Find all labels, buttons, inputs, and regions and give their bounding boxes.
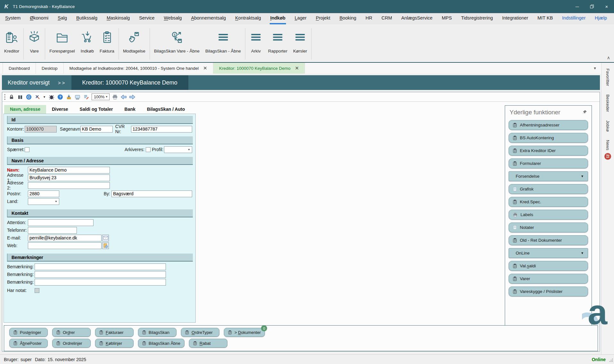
tab-kreditor[interactable]: Kreditor: 1000070 KeyBalance Demo✕	[213, 63, 305, 74]
notater-button[interactable]: Notater	[509, 222, 588, 232]
ribbon-faktura-button[interactable]: Faktura	[97, 28, 117, 53]
menu-indstillinger[interactable]: Indstillinger	[561, 15, 586, 24]
menu-butikssalg[interactable]: Butikssalg	[76, 15, 98, 24]
help-icon[interactable]: ?	[57, 94, 63, 100]
ribbon-rapporter-button[interactable]: Rapporter	[265, 28, 290, 53]
afhentningsadresser-button[interactable]: Afhentningsadresser	[509, 120, 588, 130]
menu-projekt[interactable]: Projekt	[315, 15, 331, 24]
menu-hjaelp[interactable]: Hjælp	[594, 15, 608, 24]
menu-tidsregistrering[interactable]: Tidsregistrering	[460, 15, 493, 24]
form-tab-bank[interactable]: Bank	[119, 105, 141, 114]
menu-hr[interactable]: HR	[365, 15, 373, 24]
menu-service[interactable]: Service	[138, 15, 155, 24]
menu-maskinsalg[interactable]: Maskinsalg	[106, 15, 131, 24]
kred-spec-button[interactable]: Kred.Spec.	[509, 197, 588, 207]
back-icon[interactable]	[120, 94, 127, 100]
edit-dropdown-icon[interactable]: ▼	[43, 95, 46, 99]
menu-system[interactable]: System	[4, 15, 21, 24]
ribbon-foresporgsel-button[interactable]: Forespørgsel	[46, 28, 78, 53]
tab-dashboard[interactable]: Dashboard	[3, 63, 36, 74]
dokumenter-button[interactable]: > Dokumenter0	[224, 328, 265, 337]
profil-select[interactable]: ▼	[164, 146, 192, 153]
spaerret-checkbox[interactable]	[25, 147, 29, 152]
old-ret-dokumenter-button[interactable]: Old - Ret Dokumenter	[509, 235, 588, 245]
ribbon-indkob-button[interactable]: Indkøb	[78, 28, 97, 53]
online-dropdown[interactable]: OnLine▼	[509, 248, 588, 258]
arkiveres-checkbox[interactable]	[146, 147, 151, 152]
ribbon-bilagsskan-vare-button[interactable]: $ BilagsSkan Vare - Åbne	[151, 28, 202, 53]
tab-desktop[interactable]: Desktop	[36, 63, 64, 74]
screen-icon[interactable]	[74, 94, 81, 100]
forsendelse-dropdown[interactable]: Forsendelse▼	[509, 171, 588, 181]
web-field[interactable]	[28, 242, 102, 249]
close-tab-icon[interactable]: ✕	[295, 65, 299, 71]
ordrelinjer-button[interactable]: Ordrelinjer	[52, 339, 91, 348]
grafisk-button[interactable]: Grafisk	[509, 184, 588, 194]
edit-icon[interactable]	[34, 94, 41, 100]
menu-okonomi[interactable]: Økonomi	[29, 15, 49, 24]
zoom-select[interactable]: 100%▼	[92, 93, 110, 100]
bilagsskan-button[interactable]: BilagsSkan	[138, 328, 176, 337]
posteringer-button[interactable]: Posteringer	[9, 328, 48, 337]
ribbon-vare-button[interactable]: Vare	[25, 28, 44, 53]
pin-icon[interactable]	[583, 109, 587, 116]
collapse-ribbon-icon[interactable]: ∧	[607, 55, 610, 60]
notes-edit-icon[interactable]	[83, 94, 89, 100]
dock-tab-favoritter[interactable]: Favoritter	[605, 69, 610, 86]
breadcrumb-current[interactable]: Kreditor: 1000070 KeyBalance Demo	[71, 75, 188, 90]
send-email-button[interactable]	[102, 235, 109, 241]
breadcrumb-parent[interactable]: Kreditor oversigt	[2, 75, 58, 90]
sogenavn-field[interactable]	[80, 126, 113, 133]
cvr-field[interactable]	[131, 126, 192, 133]
bilagsskan-abne-button[interactable]: BilagsSkan Åbne	[138, 339, 184, 348]
ribbon-arkiv-button[interactable]: Arkiv	[247, 28, 265, 53]
menu-mit-kb[interactable]: MIT KB	[537, 15, 553, 24]
ordrer-button[interactable]: Ordrer	[52, 328, 91, 337]
ribbon-korsler-button[interactable]: Kørsler	[290, 28, 310, 53]
attention-field[interactable]	[28, 219, 94, 226]
menu-crm[interactable]: CRM	[381, 15, 393, 24]
form-tab-saldi[interactable]: Saldi og Totaler	[74, 105, 119, 114]
ribbon-modtagelse-button[interactable]: Modtagelse	[120, 28, 148, 53]
menu-booking[interactable]: Booking	[339, 15, 357, 24]
menu-mps[interactable]: MPS	[441, 15, 452, 24]
dock-tab-beskeder[interactable]: Beskeder	[605, 94, 610, 112]
varer-button[interactable]: Varer	[509, 274, 588, 284]
tab-overflow-icon[interactable]: ▼	[593, 66, 601, 70]
menu-indkob[interactable]: Indkøb	[270, 15, 286, 24]
restore-button[interactable]	[585, 0, 599, 13]
open-website-button[interactable]	[102, 242, 109, 249]
koblinjer-button[interactable]: Køblinjer	[95, 339, 134, 348]
valsaldi-button[interactable]: Val.saldi	[509, 261, 588, 271]
toolbar-grip-handle[interactable]	[4, 94, 5, 100]
email-field[interactable]	[28, 235, 102, 241]
print-icon[interactable]	[112, 94, 118, 100]
menu-salg[interactable]: Salg	[57, 15, 68, 24]
vareskygge-prislister-button[interactable]: Vareskygge / Prislister	[509, 287, 588, 296]
close-button[interactable]: ×	[599, 0, 614, 13]
form-tab-diverse[interactable]: Diverse	[46, 105, 74, 114]
rabat-button[interactable]: Rabat	[189, 339, 227, 348]
menu-websalg[interactable]: Websalg	[163, 15, 182, 24]
dock-tab-news[interactable]: News	[605, 140, 610, 150]
ordretyper-button[interactable]: OrdreTyper	[181, 328, 219, 337]
formularer-button[interactable]: Formularer	[509, 158, 588, 168]
labels-button[interactable]: Labels	[509, 210, 588, 220]
bug-icon[interactable]	[48, 94, 55, 100]
dock-tab-jobko[interactable]: Jobkø	[605, 120, 610, 132]
postnr-field[interactable]	[28, 190, 59, 197]
tab-modtagelse[interactable]: Modtagelse af Indkøbsordre: 20044, 10000…	[64, 63, 213, 74]
form-tab-navn-adresse[interactable]: Navn, adresse	[4, 105, 46, 114]
menu-integrationer[interactable]: Integrationer	[502, 15, 529, 24]
forward-icon[interactable]	[129, 94, 135, 100]
extra-kreditor-ider-button[interactable]: Extra Kreditor IDer	[509, 146, 588, 156]
menu-abonnementsalg[interactable]: Abonnementsalg	[190, 15, 226, 24]
bemaerkning1-field[interactable]	[35, 263, 166, 270]
adresse1-field[interactable]	[28, 174, 110, 181]
fakturaer-button[interactable]: Fakturaer	[95, 328, 134, 337]
menu-lager[interactable]: Lager	[294, 15, 307, 24]
form-tab-bilagsskan-auto[interactable]: BilagsSkan / Auto	[141, 105, 191, 114]
columns-icon[interactable]	[17, 94, 23, 100]
menu-kontraktsalg[interactable]: Kontraktsalg	[234, 15, 262, 24]
adresse2-field[interactable]	[28, 182, 110, 189]
